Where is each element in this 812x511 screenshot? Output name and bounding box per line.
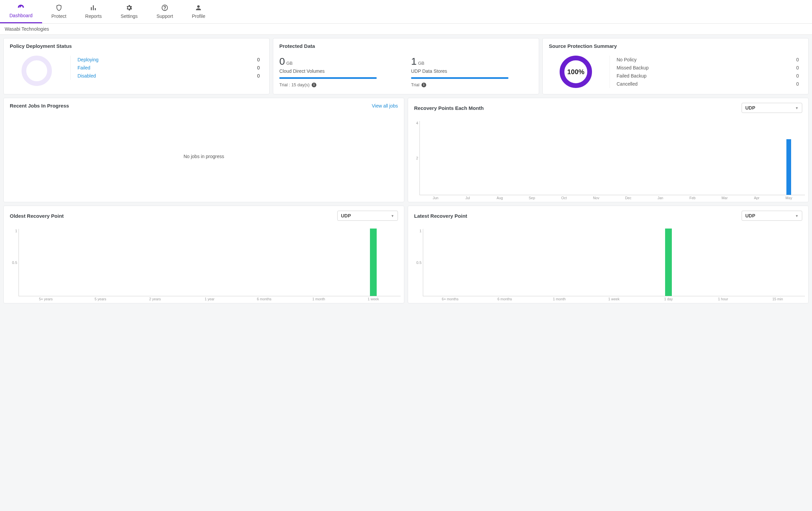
tab-support[interactable]: Support <box>147 0 182 23</box>
info-icon[interactable]: i <box>422 83 426 87</box>
cloud-direct-unit: GB <box>286 61 293 66</box>
card-title: Recovery Points Each Month <box>414 105 484 111</box>
link-deploying[interactable]: Deploying <box>78 57 98 62</box>
card-title: Policy Deployment Status <box>4 38 269 54</box>
help-circle-icon <box>161 4 169 11</box>
card-title: Recent Jobs In Progress <box>10 103 69 109</box>
label-failed-backup: Failed Backup <box>616 73 646 79</box>
link-disabled[interactable]: Disabled <box>78 73 96 79</box>
dropdown-oldest[interactable]: UDP ▼ <box>337 211 398 221</box>
dropdown-latest[interactable]: UDP ▼ <box>742 211 802 221</box>
tab-profile-label: Profile <box>192 13 205 19</box>
card-title: Latest Recovery Point <box>414 213 467 219</box>
empty-state: No jobs in progress <box>4 113 404 200</box>
card-recent-jobs: Recent Jobs In Progress View all jobs No… <box>3 98 404 202</box>
donut-percent-icon: 100% <box>560 56 592 88</box>
label-missed: Missed Backup <box>616 65 648 70</box>
chevron-down-icon: ▼ <box>795 214 799 218</box>
dropdown-value: UDP <box>745 105 755 111</box>
value-deploying: 0 <box>257 57 263 62</box>
udp-trial: Trial <box>411 82 419 87</box>
card-recovery-points-month: Recovery Points Each Month UDP ▼ 42 JunJ… <box>408 98 809 202</box>
udp-bar <box>411 77 509 79</box>
shield-icon <box>55 4 63 11</box>
link-failed[interactable]: Failed <box>78 65 90 70</box>
value-cancelled: 0 <box>796 81 802 87</box>
card-title: Source Protection Summary <box>543 38 808 54</box>
udp-unit: GB <box>418 61 425 66</box>
card-protected-data: Protected Data 0GB Cloud Direct Volumes … <box>273 38 539 94</box>
card-title: Protected Data <box>273 38 539 54</box>
card-policy-deployment: Policy Deployment Status Deploying0 Fail… <box>3 38 269 94</box>
tab-settings-label: Settings <box>121 13 138 19</box>
card-oldest-recovery: Oldest Recovery Point UDP ▼ 10.5 5+ year… <box>3 206 404 303</box>
link-view-all-jobs[interactable]: View all jobs <box>372 103 398 109</box>
card-source-protection: Source Protection Summary 100% No Policy… <box>543 38 809 94</box>
label-cancelled: Cancelled <box>616 81 637 87</box>
tab-protect-label: Protect <box>52 13 66 19</box>
person-icon <box>195 4 202 11</box>
card-latest-recovery: Latest Recovery Point UDP ▼ 10.5 6+ mont… <box>408 206 809 303</box>
value-no-policy: 0 <box>796 57 802 62</box>
cloud-direct-trial: Trial : 15 day(s) <box>279 82 310 87</box>
chevron-down-icon: ▼ <box>391 214 394 218</box>
chart-oldest-recovery: 10.5 5+ years5 years2 years1 year6 month… <box>19 229 401 303</box>
chevron-down-icon: ▼ <box>795 106 799 110</box>
value-disabled: 0 <box>257 73 263 79</box>
gear-icon <box>125 4 133 11</box>
tab-settings[interactable]: Settings <box>111 0 147 23</box>
tab-support-label: Support <box>156 13 173 19</box>
tab-dashboard-label: Dashboard <box>9 13 33 18</box>
chart-latest-recovery: 10.5 6+ months6 months1 month1 week1 day… <box>423 229 805 303</box>
donut-empty-icon <box>22 56 52 86</box>
tab-reports[interactable]: Reports <box>76 0 111 23</box>
udp-label: UDP Data Stores <box>411 68 533 74</box>
dropdown-value: UDP <box>341 213 351 219</box>
tab-profile[interactable]: Profile <box>183 0 215 23</box>
percent-label: 100% <box>567 68 584 76</box>
cloud-direct-bar <box>279 77 377 79</box>
label-no-policy: No Policy <box>616 57 636 62</box>
tab-reports-label: Reports <box>85 13 102 19</box>
udp-value: 1 <box>411 56 417 67</box>
tab-dashboard[interactable]: Dashboard <box>0 0 42 23</box>
breadcrumb: Wasabi Technologies <box>0 24 812 35</box>
policy-status-list: Deploying0 Failed0 Disabled0 <box>70 56 263 80</box>
dropdown-recovery-month[interactable]: UDP ▼ <box>742 103 802 113</box>
chart-recovery-month: 42 JunJulAugSepOctNovDecJanFebMarAprMay <box>419 121 805 202</box>
value-failed: 0 <box>257 65 263 70</box>
gauge-icon <box>17 3 25 11</box>
card-title: Oldest Recovery Point <box>10 213 64 219</box>
value-missed: 0 <box>796 65 802 70</box>
value-failed-backup: 0 <box>796 73 802 79</box>
top-nav: Dashboard Protect Reports Settings Suppo… <box>0 0 812 24</box>
tab-protect[interactable]: Protect <box>42 0 76 23</box>
dropdown-value: UDP <box>745 213 755 219</box>
bar-chart-icon <box>90 4 97 11</box>
cloud-direct-label: Cloud Direct Volumes <box>279 68 401 74</box>
cloud-direct-value: 0 <box>279 56 285 67</box>
info-icon[interactable]: i <box>312 83 316 87</box>
